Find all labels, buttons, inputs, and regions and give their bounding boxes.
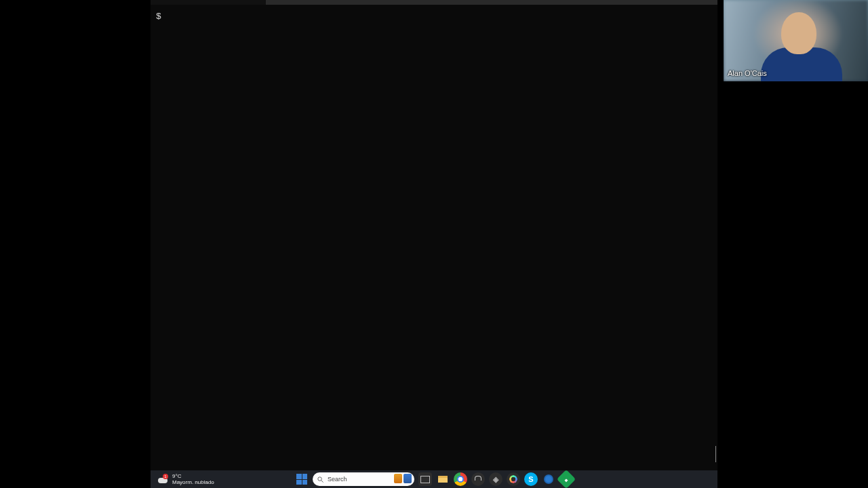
weather-widget[interactable]: 1 9°C Mayorm. nublado — [151, 473, 214, 485]
weather-temp: 9°C — [172, 473, 214, 479]
weather-badge: 1 — [163, 474, 168, 479]
taskview-icon[interactable] — [418, 472, 432, 486]
windows-taskbar: 1 9°C Mayorm. nublado Search ◈ — [151, 470, 717, 488]
skype-icon[interactable]: S — [524, 472, 538, 486]
shared-screen: $ 1 9°C Mayorm. nublado Search — [151, 0, 717, 488]
lock-icon[interactable] — [471, 472, 485, 486]
taskbar-search[interactable]: Search — [313, 472, 414, 486]
window-top-strip — [151, 0, 717, 5]
webcam-thumbnail[interactable]: Alan O'Cais — [724, 0, 868, 81]
cube-icon[interactable]: ◈ — [489, 472, 502, 486]
webcam-person-head — [781, 12, 816, 54]
webcam-speaker-name: Alan O'Cais — [728, 69, 767, 77]
globe-icon[interactable] — [542, 472, 555, 486]
taskbar-center: Search ◈ S ⬥ — [295, 470, 573, 488]
chrome-icon[interactable] — [454, 472, 467, 486]
terminal-window[interactable]: $ — [151, 5, 717, 470]
weather-condition: Mayorm. nublado — [172, 479, 214, 485]
address-bar-fragment[interactable] — [266, 0, 717, 5]
search-right-icons — [394, 474, 412, 483]
svg-line-1 — [321, 480, 323, 482]
weather-icon: 1 — [157, 474, 168, 485]
svg-point-0 — [318, 476, 322, 481]
color-ring-icon[interactable] — [507, 472, 520, 486]
scrollbar-fragment[interactable] — [715, 446, 716, 462]
search-icon — [317, 476, 324, 483]
start-button[interactable] — [295, 472, 309, 486]
green-diamond-icon[interactable]: ⬥ — [557, 470, 576, 488]
file-explorer-icon[interactable] — [436, 472, 450, 486]
search-placeholder: Search — [328, 476, 347, 483]
terminal-prompt: $ — [156, 12, 161, 22]
